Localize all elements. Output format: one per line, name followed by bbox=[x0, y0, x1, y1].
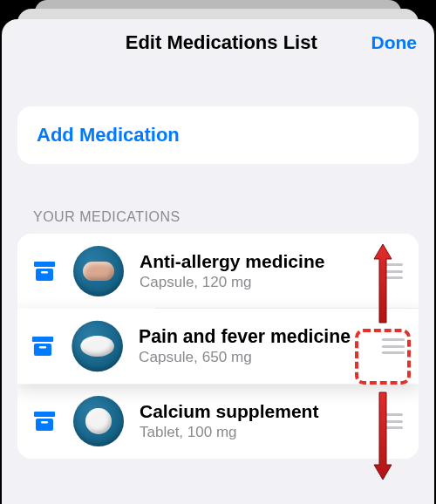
svg-rect-7 bbox=[36, 419, 53, 431]
content: Add Medication YOUR MEDICATIONS Anti-all… bbox=[2, 65, 434, 459]
pill-icon bbox=[83, 262, 114, 281]
medication-avatar bbox=[72, 321, 123, 372]
svg-rect-0 bbox=[34, 262, 55, 267]
svg-rect-6 bbox=[34, 412, 55, 417]
svg-rect-1 bbox=[36, 269, 53, 281]
svg-rect-4 bbox=[34, 344, 51, 356]
drag-handle-icon bbox=[380, 413, 403, 429]
medication-avatar bbox=[73, 246, 124, 296]
medication-row: Pain and fever medicine Capsule, 650 mg bbox=[17, 309, 419, 385]
drag-handle-icon bbox=[380, 263, 403, 279]
drag-handle[interactable] bbox=[380, 338, 406, 354]
svg-rect-8 bbox=[41, 421, 48, 424]
archive-icon[interactable] bbox=[31, 409, 58, 433]
medication-subtitle: Capsule, 650 mg bbox=[139, 349, 371, 366]
pill-icon bbox=[80, 336, 113, 357]
svg-rect-3 bbox=[32, 337, 53, 342]
medication-avatar bbox=[73, 396, 124, 446]
add-medication-button[interactable]: Add Medication bbox=[17, 106, 419, 164]
medication-name: Anti-allergy medicine bbox=[140, 251, 370, 273]
modal-sheet: Edit Medications List Done Add Medicatio… bbox=[2, 19, 434, 504]
medication-row: Anti-allergy medicine Capsule, 120 mg bbox=[17, 234, 419, 309]
medication-name: Pain and fever medicine bbox=[139, 325, 371, 347]
drag-handle[interactable] bbox=[378, 413, 405, 429]
medication-row: Calcium supplement Tablet, 100 mg bbox=[17, 384, 419, 459]
archive-icon[interactable] bbox=[30, 334, 56, 358]
done-button[interactable]: Done bbox=[371, 32, 418, 53]
drag-handle-icon bbox=[382, 338, 405, 354]
section-header: YOUR MEDICATIONS bbox=[17, 209, 419, 234]
svg-rect-2 bbox=[41, 271, 48, 274]
page-title: Edit Medications List bbox=[126, 31, 317, 54]
drag-handle[interactable] bbox=[378, 263, 405, 279]
medication-text: Calcium supplement Tablet, 100 mg bbox=[140, 401, 370, 442]
medication-subtitle: Tablet, 100 mg bbox=[140, 424, 370, 441]
archive-icon[interactable] bbox=[31, 259, 58, 283]
medication-text: Anti-allergy medicine Capsule, 120 mg bbox=[140, 251, 370, 292]
svg-rect-5 bbox=[39, 346, 46, 349]
pill-icon bbox=[85, 408, 112, 434]
medication-subtitle: Capsule, 120 mg bbox=[140, 274, 370, 291]
medication-name: Calcium supplement bbox=[140, 401, 370, 423]
medications-list: Anti-allergy medicine Capsule, 120 mg Pa… bbox=[17, 234, 419, 459]
nav-bar: Edit Medications List Done bbox=[2, 19, 434, 65]
medication-text: Pain and fever medicine Capsule, 650 mg bbox=[139, 325, 371, 366]
